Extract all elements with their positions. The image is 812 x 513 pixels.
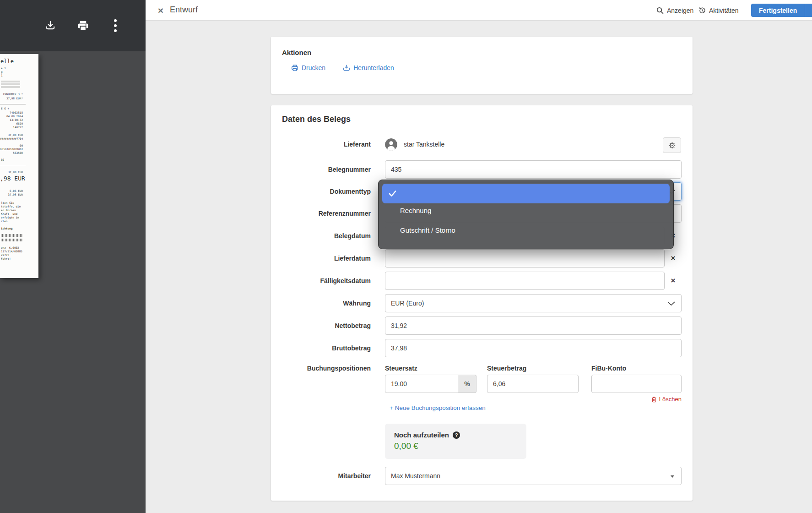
steuersatz-input[interactable] <box>385 375 458 393</box>
mitarbeiter-label: Mitarbeiter <box>282 472 371 480</box>
chevron-down-icon <box>667 301 675 306</box>
search-icon <box>656 7 664 14</box>
belegnummer-label: Belegnummer <box>282 166 371 173</box>
anzeigen-button[interactable]: Anzeigen <box>656 0 693 21</box>
lieferdatum-input[interactable] <box>385 249 665 267</box>
receipt-line: 140727 <box>0 126 38 129</box>
help-icon[interactable] <box>453 431 460 439</box>
lieferdatum-clear-icon[interactable] <box>665 254 682 263</box>
bruttobetrag-input[interactable] <box>385 339 682 357</box>
mitarbeiter-select[interactable]: Max Mustermann <box>385 467 682 485</box>
aktivitaeten-button[interactable]: Aktivitäten <box>698 0 739 21</box>
dropdown-option-rechnung[interactable]: Rechnung <box>400 205 668 217</box>
waehrung-label: Währung <box>282 300 371 307</box>
document-viewer-panel: ellee 1g1ENNUMMER 3 *37,98 EUR*E G +7400… <box>0 0 146 513</box>
print-button[interactable] <box>73 16 93 36</box>
receipt-line: Fahrt! <box>0 257 38 261</box>
fibu-konto-input[interactable] <box>591 375 682 393</box>
aktionen-card: Aktionen Drucken Herunterladen <box>271 37 693 94</box>
steuerbetrag-input[interactable] <box>487 375 579 393</box>
receipt-line: 13:00:32 <box>0 118 38 122</box>
receipt-line: ENNUMMER 3 * <box>0 93 38 96</box>
receipt-line: ichtung <box>0 227 38 230</box>
receipt-line <box>0 104 26 104</box>
receipt-line: 37,98 EUR <box>0 193 38 196</box>
caret-down-icon <box>671 475 674 478</box>
referenznummer-label: Referenznummer <box>282 210 371 217</box>
receipt-line: rlen <box>0 219 38 223</box>
lieferant-label: Lieferant <box>282 141 371 148</box>
lieferdatum-label: Lieferdatum <box>282 255 371 262</box>
dokumenttyp-label: Dokumenttyp <box>282 188 371 195</box>
receipt-line: 74002815 <box>0 111 38 115</box>
receipt-line <box>1 86 20 88</box>
loeschen-button[interactable]: Löschen <box>651 396 682 403</box>
receipt-line: 04.09.2024 <box>0 115 38 118</box>
receipt-line: 37,98 EUR <box>0 133 38 137</box>
noch-aufzuteilen-label: Noch aufzuteilen <box>394 431 449 439</box>
receipt-line: tstoffe, die <box>0 205 38 208</box>
receipt-line <box>1 234 23 237</box>
dropdown-option-gutschrift-storno[interactable]: Gutschrift / Storno <box>400 224 668 236</box>
receipt-line <box>1 83 20 85</box>
receipt-line: 03591010028001 <box>0 147 38 151</box>
receipt-line: e 1 <box>0 66 38 70</box>
receipt-line <box>1 81 20 82</box>
drucken-link[interactable]: Drucken <box>291 64 325 71</box>
download-icon <box>343 64 350 71</box>
receipt-line: 6,06 EUR <box>0 189 38 193</box>
receipt-line: 6529 <box>0 122 38 126</box>
viewer-toolbar <box>0 0 146 51</box>
receipt-line: g <box>0 70 38 74</box>
receipt-line <box>0 166 26 166</box>
receipt-line: E G + <box>0 107 38 110</box>
fertigstellen-button[interactable]: Fertigstellen <box>751 4 805 17</box>
close-icon[interactable]: × <box>155 5 167 16</box>
fibu-konto-column-header: FiBu-Konto <box>591 365 682 372</box>
daten-des-belegs-card: Daten des Belegs Lieferant star Tankstel… <box>271 105 693 501</box>
form-title: Daten des Belegs <box>282 115 351 124</box>
faelligkeitsdatum-label: Fälligkeitsdatum <box>282 277 371 284</box>
noch-aufzuteilen-value: 0,00 € <box>394 441 517 451</box>
receipt-line: elle <box>0 59 38 65</box>
faelligkeitsdatum-clear-icon[interactable] <box>665 276 682 285</box>
supplier-name: star Tankstelle <box>404 141 444 148</box>
more-options-button[interactable] <box>105 16 125 36</box>
herunterladen-link[interactable]: Herunterladen <box>343 64 394 71</box>
waehrung-select[interactable]: EUR (Euro) <box>385 294 682 312</box>
checkmark-icon <box>389 190 396 197</box>
history-icon <box>698 7 706 14</box>
receipt-line: erfolgte im <box>0 216 38 219</box>
receipt-line: en Normen <box>0 208 38 212</box>
kebab-menu-icon <box>114 19 117 32</box>
receipt-line: 02 <box>0 158 38 162</box>
neue-buchungsposition-link[interactable]: + Neue Buchungsposition erfassen <box>390 404 486 411</box>
receipt-preview-thumbnail: ellee 1g1ENNUMMER 3 *37,98 EUR*E G +7400… <box>0 54 38 278</box>
trash-icon <box>651 396 657 403</box>
supplier-avatar <box>385 138 397 151</box>
receipt-line: 563500 <box>0 151 38 155</box>
gear-icon <box>668 142 676 149</box>
buchungspositionen-label: Buchungspositionen <box>282 365 371 372</box>
receipt-line: 37,98 EUR <box>0 170 38 174</box>
aktionen-title: Aktionen <box>282 49 311 56</box>
download-icon <box>44 20 56 32</box>
receipt-line: ,98 EUR <box>0 175 38 182</box>
faelligkeitsdatum-input[interactable] <box>385 272 665 290</box>
noch-aufzuteilen-box: Noch aufzuteilen 0,00 € <box>385 424 526 459</box>
print-icon <box>77 20 89 32</box>
download-button[interactable] <box>40 16 60 36</box>
receipt-line: Kraft- und <box>0 212 38 216</box>
page-title: Entwurf <box>170 5 198 15</box>
print-icon <box>291 64 298 71</box>
percent-addon: % <box>458 375 476 393</box>
belegnummer-input[interactable] <box>385 160 682 179</box>
top-header-bar: × Entwurf Anzeigen Aktivitäten Fertigste… <box>146 0 812 21</box>
fertigstellen-dropdown-toggle[interactable] <box>805 4 812 17</box>
steuersatz-column-header: Steuersatz <box>385 365 476 372</box>
nettobetrag-input[interactable] <box>385 317 682 335</box>
belegdatum-label: Belegdatum <box>282 232 371 240</box>
dropdown-option-empty[interactable] <box>382 184 670 203</box>
receipt-line <box>1 239 23 241</box>
supplier-settings-button[interactable] <box>663 137 681 153</box>
